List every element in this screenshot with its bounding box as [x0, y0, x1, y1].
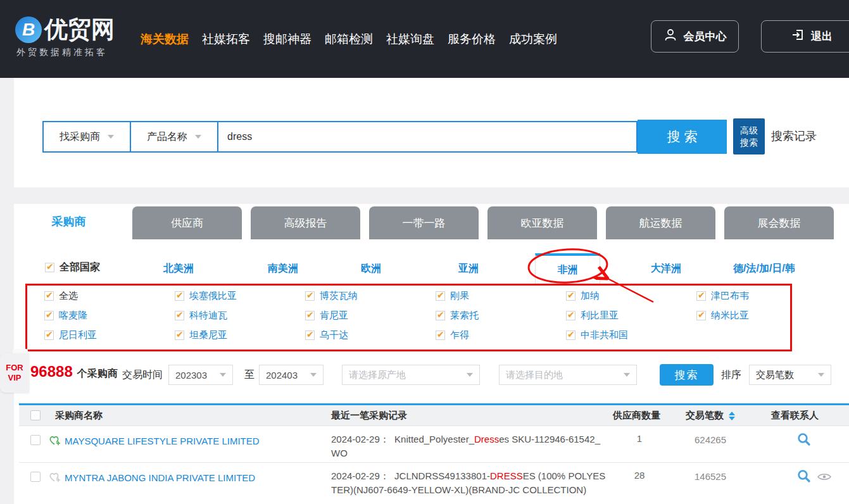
checkbox-checked-icon[interactable]	[696, 291, 706, 301]
destination-select[interactable]: 请选择目的地	[499, 365, 637, 385]
checkbox-checked-icon[interactable]	[566, 311, 575, 320]
country-checkbox-grid: 全选 埃塞俄比亚 博茨瓦纳 刚果 加纳 津巴布韦 喀麦隆 科特迪瓦 肯尼亚 莱索…	[44, 286, 827, 345]
country-ghana[interactable]: 加纳	[566, 290, 696, 302]
checkbox-checked-icon[interactable]	[566, 291, 575, 301]
nav-item-email-verify[interactable]: 邮箱检测	[325, 31, 373, 47]
time-to-select[interactable]: 202403	[259, 365, 324, 385]
continent-africa-active[interactable]: 非洲	[535, 253, 600, 284]
nav-item-email-finder[interactable]: 搜邮神器	[263, 31, 311, 47]
checkbox-checked-icon[interactable]	[436, 311, 445, 320]
purchase-record: 2024-02-29： Knitted_Polyester_Dresses SK…	[331, 432, 606, 460]
logout-button[interactable]: 退出	[761, 20, 849, 53]
user-icon	[663, 28, 677, 45]
country-congo[interactable]: 刚果	[436, 290, 566, 302]
tab-suppliers[interactable]: 供应商	[132, 206, 242, 239]
country-uganda[interactable]: 乌干达	[305, 329, 436, 341]
main-nav: 海关数据 社媒拓客 搜邮神器 邮箱检测 社媒询盘 服务价格 成功案例	[141, 0, 557, 78]
search-field-select[interactable]: 产品名称	[131, 122, 218, 151]
favorite-heart-plus-icon[interactable]	[48, 470, 61, 486]
checkbox-checked-icon[interactable]	[305, 331, 315, 340]
favorite-heart-plus-icon[interactable]	[48, 434, 61, 449]
checkbox-checked-icon[interactable]	[175, 311, 184, 320]
header-latest-record: 最近一笔采购记录	[331, 410, 407, 422]
checkbox-checked-icon[interactable]	[44, 311, 54, 320]
country-ethiopia[interactable]: 埃塞俄比亚	[175, 290, 305, 302]
nav-item-social-inquiry[interactable]: 社媒询盘	[386, 31, 434, 47]
company-name-link[interactable]: MAYSQUARE LIFESTYLE PRIVATE LIMITED	[65, 436, 260, 446]
checkbox-checked-icon[interactable]	[305, 311, 315, 320]
country-select-all[interactable]: 全选	[44, 290, 175, 302]
tab-belt-and-road[interactable]: 一带一路	[369, 206, 479, 239]
country-cameroon[interactable]: 喀麦隆	[44, 310, 175, 322]
header-supplier-count: 供应商数量	[613, 410, 660, 422]
tab-eurasia-data[interactable]: 欧亚数据	[487, 206, 597, 239]
tab-advanced-report[interactable]: 高级报告	[251, 206, 360, 239]
chevron-down-icon	[108, 135, 114, 139]
country-zimbabwe[interactable]: 津巴布韦	[696, 290, 827, 302]
transaction-count-value: 624265	[685, 434, 736, 445]
nav-item-pricing[interactable]: 服务价格	[448, 31, 496, 47]
select-all-rows-checkbox[interactable]	[30, 410, 41, 420]
continent-asia[interactable]: 亚洲	[458, 262, 479, 275]
sort-select[interactable]: 交易笔数	[749, 365, 831, 385]
company-name-link[interactable]: MYNTRA JABONG INDIA PRIVATE LIMITED	[65, 472, 255, 483]
site-logo[interactable]: B 优贸网 外贸数据精准拓客	[0, 0, 133, 78]
view-contacts-search-icon[interactable]	[796, 432, 812, 450]
tab-buyers[interactable]: 采购商	[14, 204, 123, 239]
row-checkbox[interactable]	[30, 435, 41, 445]
eye-icon[interactable]	[817, 472, 832, 484]
country-chad[interactable]: 乍得	[436, 329, 566, 341]
checkbox-checked-icon[interactable]	[436, 291, 445, 301]
country-central-african-republic[interactable]: 中非共和国	[566, 329, 696, 341]
nav-item-customs-data[interactable]: 海关数据	[141, 31, 189, 47]
filter-search-button[interactable]: 搜索	[660, 364, 714, 386]
nav-item-success-cases[interactable]: 成功案例	[509, 31, 557, 47]
country-liberia[interactable]: 利比里亚	[566, 310, 696, 322]
member-center-button[interactable]: 会员中心	[651, 20, 739, 53]
checkbox-checked-icon[interactable]	[175, 331, 184, 340]
continent-oceania[interactable]: 大洋洲	[651, 262, 681, 275]
chevron-down-icon	[310, 373, 317, 377]
view-contacts-search-icon[interactable]	[796, 469, 812, 486]
sort-arrows-icon[interactable]	[729, 412, 735, 420]
table-row: MYNTRA JABONG INDIA PRIVATE LIMITED 2024…	[19, 463, 849, 504]
country-namibia[interactable]: 纳米比亚	[696, 310, 827, 322]
country-tanzania[interactable]: 坦桑尼亚	[175, 329, 305, 341]
buyers-table: 采购商名称 最近一笔采购记录 供应商数量 交易笔数 查看联系人 MAYSQUAR…	[19, 403, 849, 504]
time-from-select[interactable]: 202303	[168, 365, 233, 385]
nav-item-social-media-marketing[interactable]: 社媒拓客	[202, 31, 250, 47]
continent-europe[interactable]: 欧洲	[361, 262, 381, 275]
keyword-input[interactable]	[218, 122, 636, 151]
checkbox-checked-icon[interactable]	[305, 291, 315, 301]
continent-north-america[interactable]: 北美洲	[163, 262, 194, 275]
tab-exhibition-data[interactable]: 展会数据	[724, 206, 834, 239]
search-field-value: 产品名称	[147, 130, 187, 144]
checkbox-checked-icon[interactable]	[44, 331, 54, 340]
country-cote-divoire[interactable]: 科特迪瓦	[175, 310, 305, 322]
country-botswana[interactable]: 博茨瓦纳	[305, 290, 436, 302]
search-type-select[interactable]: 找采购商	[44, 122, 131, 151]
advanced-search-button[interactable]: 高级 搜索	[733, 118, 765, 154]
country-nigeria[interactable]: 尼日利亚	[44, 329, 175, 341]
table-row: MAYSQUARE LIFESTYLE PRIVATE LIMITED 2024…	[19, 426, 849, 463]
search-history-link[interactable]: 搜索记录	[771, 129, 817, 144]
checkbox-checked-icon[interactable]	[45, 263, 54, 272]
checkbox-checked-icon[interactable]	[696, 311, 706, 320]
origin-select[interactable]: 请选择原产地	[342, 365, 480, 385]
row-checkbox[interactable]	[30, 472, 41, 482]
all-countries-checkbox[interactable]: 全部国家	[45, 261, 100, 274]
to-label: 至	[244, 369, 255, 382]
data-tabs: 采购商 供应商 高级报告 一带一路 欧亚数据 航运数据 展会数据	[14, 204, 834, 239]
continent-de-fr-ca-jp-kr[interactable]: 德/法/加/日/韩	[733, 262, 795, 275]
checkbox-checked-icon[interactable]	[566, 331, 575, 340]
continent-south-america[interactable]: 南美洲	[268, 262, 298, 275]
search-box: 找采购商 产品名称	[42, 121, 638, 153]
tab-shipping-data[interactable]: 航运数据	[606, 206, 715, 239]
country-kenya[interactable]: 肯尼亚	[305, 310, 436, 322]
search-button[interactable]: 搜索	[638, 120, 727, 154]
logout-label: 退出	[811, 29, 833, 44]
country-lesotho[interactable]: 莱索托	[436, 310, 566, 322]
checkbox-checked-icon[interactable]	[436, 331, 445, 340]
checkbox-checked-icon[interactable]	[44, 291, 54, 301]
checkbox-checked-icon[interactable]	[175, 291, 184, 301]
